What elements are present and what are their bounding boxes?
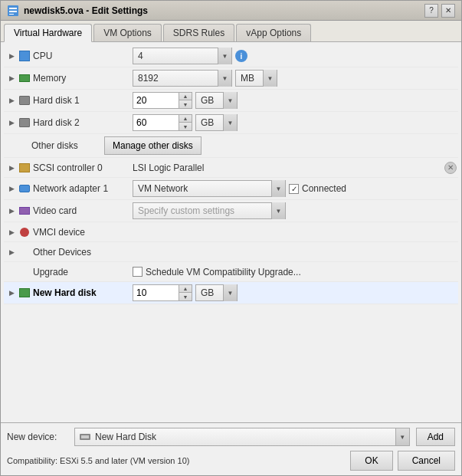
add-button[interactable]: Add <box>416 428 455 446</box>
upgrade-expand: ▶ <box>5 268 18 276</box>
network-icon <box>18 182 31 195</box>
video-card-row: ▶ Video card Specify custom settings ▼ <box>4 200 458 222</box>
scsi-controller-row: ▶ SCSI controller 0 LSI Logic Parallel ✕ <box>4 158 458 178</box>
ok-button[interactable]: OK <box>350 451 392 471</box>
hard-disk-2-spinner-btns: ▲ ▼ <box>179 114 192 131</box>
video-expand[interactable]: ▶ <box>5 207 18 215</box>
content-area: ▶ CPU 4 ▼ i ▶ Memory 8192 <box>1 42 461 422</box>
new-hard-disk-unit-arrow: ▼ <box>223 284 237 301</box>
new-hard-disk-icon <box>18 287 31 299</box>
memory-unit-dropdown[interactable]: MB ▼ <box>235 70 277 87</box>
video-icon <box>18 205 31 217</box>
memory-unit-arrow: ▼ <box>263 70 277 87</box>
new-hard-disk-spinner-btns: ▲ ▼ <box>179 284 192 301</box>
hard-disk-1-expand[interactable]: ▶ <box>5 97 18 104</box>
window-icon <box>7 5 19 17</box>
upgrade-icon <box>18 266 31 278</box>
hard-disk-2-row: ▶ Hard disk 2 ▲ ▼ GB ▼ <box>4 112 458 134</box>
hard-disk-1-down[interactable]: ▼ <box>179 100 192 108</box>
network-dropdown-arrow: ▼ <box>271 180 285 197</box>
hard-disk-1-up[interactable]: ▲ <box>179 93 192 100</box>
cancel-button[interactable]: Cancel <box>398 451 455 471</box>
memory-value: 8192 <box>133 71 218 85</box>
new-hard-disk-input[interactable] <box>133 284 179 301</box>
svg-rect-5 <box>81 435 89 438</box>
hard-disk-2-input[interactable] <box>133 114 179 131</box>
upgrade-checkbox-label: Schedule VM Compatibility Upgrade... <box>133 267 301 277</box>
svg-rect-1 <box>9 8 17 9</box>
memory-icon <box>18 72 31 84</box>
scsi-icon <box>18 162 31 174</box>
memory-expand[interactable]: ▶ <box>5 74 18 82</box>
new-device-row: New device: New Hard Disk ▼ Add <box>7 428 455 446</box>
network-expand[interactable]: ▶ <box>5 185 18 192</box>
upgrade-controls: Schedule VM Compatibility Upgrade... <box>133 267 457 277</box>
vmci-label: VMCI device <box>33 227 133 238</box>
hard-disk-2-expand[interactable]: ▶ <box>5 119 18 126</box>
other-devices-icon <box>18 246 31 258</box>
new-hard-disk-unit: GB <box>196 286 223 300</box>
new-device-dropdown[interactable]: New Hard Disk ▼ <box>74 428 410 446</box>
cpu-icon <box>18 50 31 62</box>
memory-label: Memory <box>33 73 133 84</box>
hard-disk-1-spinner-btns: ▲ ▼ <box>179 92 192 109</box>
cpu-expand[interactable]: ▶ <box>5 52 18 60</box>
new-hard-disk-spinner: ▲ ▼ <box>133 284 192 301</box>
video-value: Specify custom settings <box>133 204 271 218</box>
new-hard-disk-unit-dropdown[interactable]: GB ▼ <box>195 284 238 301</box>
help-button[interactable]: ? <box>424 4 438 18</box>
cpu-label: CPU <box>33 51 133 61</box>
other-disks-row: Other disks Manage other disks <box>4 134 458 158</box>
vmci-device-row: ▶ VMCI device <box>4 222 458 242</box>
hard-disk-1-row: ▶ Hard disk 1 ▲ ▼ GB ▼ <box>4 90 458 112</box>
new-device-text: New Hard Disk <box>75 430 395 444</box>
tab-vm-options[interactable]: VM Options <box>93 24 162 41</box>
cpu-info-icon[interactable]: i <box>235 50 247 62</box>
window-title: newdisk5.ova - Edit Settings <box>24 5 148 16</box>
scsi-remove-button[interactable]: ✕ <box>444 162 457 174</box>
vmci-expand[interactable]: ▶ <box>5 228 18 236</box>
new-hard-disk-up[interactable]: ▲ <box>179 285 192 293</box>
other-devices-expand[interactable]: ▶ <box>5 248 18 256</box>
compat-text: Compatibility: ESXi 5.5 and later (VM ve… <box>7 456 189 465</box>
hard-disk-1-input[interactable] <box>133 92 179 109</box>
hard-disk-1-unit-arrow: ▼ <box>223 92 237 109</box>
other-devices-row: ▶ Other Devices <box>4 242 458 262</box>
tab-vapp-options[interactable]: vApp Options <box>236 24 311 41</box>
memory-dropdown[interactable]: 8192 ▼ <box>133 70 232 87</box>
hard-disk-2-icon <box>18 117 31 129</box>
new-hard-disk-row: ▶ New Hard disk ▲ ▼ GB ▼ <box>4 282 458 304</box>
tab-virtual-hardware[interactable]: Virtual Hardware <box>4 24 92 42</box>
connected-checkbox[interactable] <box>289 184 299 194</box>
hard-disk-2-unit-arrow: ▼ <box>223 114 237 131</box>
hard-disk-2-down[interactable]: ▼ <box>179 123 192 130</box>
hard-disk-1-controls: ▲ ▼ GB ▼ <box>133 92 457 109</box>
new-hard-disk-down[interactable]: ▼ <box>179 293 192 300</box>
scsi-expand[interactable]: ▶ <box>5 164 18 172</box>
close-button[interactable]: ✕ <box>441 4 455 18</box>
network-value: VM Network <box>133 182 271 195</box>
upgrade-checkbox[interactable] <box>133 267 143 277</box>
hard-disk-2-unit-dropdown[interactable]: GB ▼ <box>195 114 238 131</box>
network-adapter-row: ▶ Network adapter 1 VM Network ▼ Connect… <box>4 178 458 200</box>
compat-row: Compatibility: ESXi 5.5 and later (VM ve… <box>7 451 455 471</box>
network-dropdown[interactable]: VM Network ▼ <box>133 180 286 197</box>
new-hard-disk-expand[interactable]: ▶ <box>5 289 18 297</box>
video-dropdown[interactable]: Specify custom settings ▼ <box>133 202 286 219</box>
new-device-arrow: ▼ <box>395 428 409 445</box>
hard-disk-2-up[interactable]: ▲ <box>179 115 192 123</box>
hard-disk-1-unit-dropdown[interactable]: GB ▼ <box>195 92 238 109</box>
title-buttons: ? ✕ <box>424 4 455 18</box>
action-buttons: OK Cancel <box>350 451 455 471</box>
memory-unit: MB <box>236 71 263 85</box>
manage-other-disks-button[interactable]: Manage other disks <box>104 136 202 155</box>
hard-disk-2-controls: ▲ ▼ GB ▼ <box>133 114 457 131</box>
cpu-row: ▶ CPU 4 ▼ i <box>4 45 458 67</box>
scsi-controls: LSI Logic Parallel ✕ <box>133 162 457 174</box>
tab-sdrs-rules[interactable]: SDRS Rules <box>163 24 234 41</box>
svg-rect-2 <box>9 11 17 12</box>
cpu-controls: 4 ▼ i <box>133 48 457 64</box>
new-device-label: New device: <box>7 432 68 442</box>
hard-disk-2-unit: GB <box>196 116 223 130</box>
cpu-dropdown[interactable]: 4 ▼ <box>133 48 232 64</box>
